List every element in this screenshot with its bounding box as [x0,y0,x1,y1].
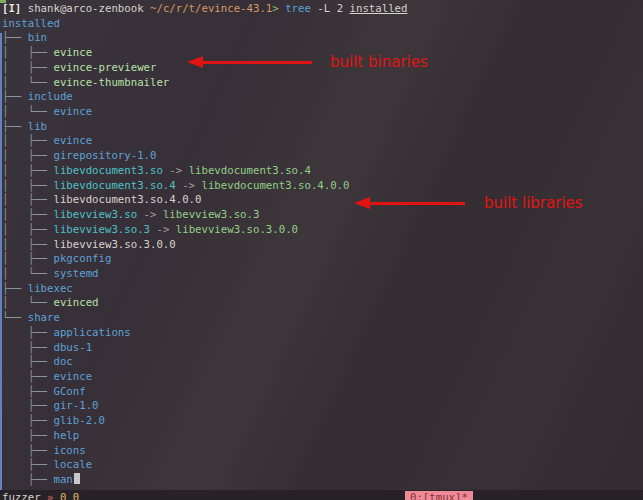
tree-entry: gir-1.0 [53,399,98,412]
tree-entry: ├── [2,385,53,398]
tree-line: │ └── evince-thumbnailer [2,76,643,91]
tree-entry: evince [53,370,92,383]
tree-entry: libevview3.so [53,208,137,221]
tree-line: ├── evince [2,370,643,385]
tree-entry: evince [53,46,92,59]
tree-entry: ├── [2,414,53,427]
tree-entry: │ └── [2,76,53,89]
tree-entry: help [53,429,79,442]
tree-entry: │ ├── [2,134,53,147]
tree-line: │ ├── girepository-1.0 [2,149,643,164]
tree-entry: glib-2.0 [53,414,104,427]
tree-line: ├── icons [2,444,643,459]
tree-entry: lib [28,120,47,133]
tree-entry: ├── [2,458,53,471]
tree-entry: │ ├── [2,193,53,206]
tree-line: ├── include [2,90,643,105]
tree-entry: │ ├── [2,208,53,221]
tree-entry: ├── [2,473,53,486]
arrow-shaft [200,61,312,64]
tree-entry: │ ├── [2,61,53,74]
tree-entry: │ ├── [2,223,53,236]
tree-line: ├── applications [2,326,643,341]
terminal-window[interactable]: [I] shank@arco-zenbook ~/c/r/t/evince-43… [0,0,643,500]
tree-line: │ └── evince [2,105,643,120]
prompt-line: [I] shank@arco-zenbook ~/c/r/t/evince-43… [2,2,643,17]
tree-entry: ├── [2,282,28,295]
tree-entry: evinced [53,296,98,309]
prompt-segment: shank@arco-zenbook [28,2,150,15]
tree-entry: ├── [2,341,53,354]
tree-line: └── share [2,311,643,326]
tree-line: ├── gir-1.0 [2,399,643,414]
tree-entry: libevdocument3.so [53,164,162,177]
tree-entry: │ ├── [2,164,53,177]
tree-line: ├── glib-2.0 [2,414,643,429]
status-bar: fuzzer » 0 0 0:[tmux]* [0,490,643,500]
tree-line: │ ├── evince-previewer [2,61,643,76]
tree-listing: installed├── bin│ ├── evince│ ├── evince… [2,17,643,488]
tree-entry: │ ├── [2,179,53,192]
tree-entry: locale [53,458,92,471]
tree-entry: evince [53,105,92,118]
tree-line: │ └── systemd [2,267,643,282]
tree-entry: ├── [2,90,28,103]
tree-entry: ├── [2,429,53,442]
status-segment: » [47,491,60,500]
tree-entry: libevdocument3.so.4 [53,179,175,192]
tree-line: ├── help [2,429,643,444]
tree-entry: share [28,311,60,324]
tree-entry: girepository-1.0 [53,149,156,162]
tree-line: ├── man [2,473,643,488]
tree-entry: include [28,90,73,103]
prompt-segment: > [272,2,285,15]
tree-line: ├── libexec [2,282,643,297]
tree-line: │ ├── libevview3.so.3.0.0 [2,238,643,253]
tree-entry: libevview3.so.3.0.0 [53,238,175,251]
tree-line: ├── bin [2,31,643,46]
tree-entry: libevview3.so.3 [53,223,150,236]
tree-entry: ├── [2,120,28,133]
tree-entry: libevdocument3.so.4 [189,164,311,177]
status-segment: 0 [60,491,73,500]
status-session-info: fuzzer » 0 0 [2,491,79,500]
tree-entry: applications [53,326,130,339]
tree-entry: icons [53,444,85,457]
tree-entry: libevview3.so.3 [163,208,260,221]
tree-entry: libexec [28,282,73,295]
terminal-cursor [74,473,80,484]
tree-entry: pkgconfig [53,252,111,265]
terminal-output[interactable]: [I] shank@arco-zenbook ~/c/r/t/evince-43… [2,2,643,488]
tree-entry: │ ├── [2,149,53,162]
tree-entry: ├── [2,444,53,457]
tree-line: │ ├── libevdocument3.so.4 -> libevdocume… [2,179,643,194]
prompt-segment: -L 2 [317,2,349,15]
tree-entry: └── [2,311,28,324]
tree-line: │ ├── pkgconfig [2,252,643,267]
tree-entry: │ └── [2,296,53,309]
tree-line: │ ├── libevdocument3.so -> libevdocument… [2,164,643,179]
tree-entry: libevview3.so.3.0.0 [176,223,298,236]
tree-entry: evince-thumbnailer [53,76,169,89]
tree-entry: -> [163,164,189,177]
tree-entry: libevdocument3.so.4.0.0 [53,193,201,206]
tree-entry: │ ├── [2,46,53,59]
tree-line: ├── locale [2,458,643,473]
tree-entry: ├── [2,31,28,44]
tree-entry: ├── [2,326,53,339]
prompt-segment: ~/c/r/t/evince-43.1 [150,2,272,15]
tmux-window-tab[interactable]: 0:[tmux]* [405,491,473,500]
tree-line: ├── GConf [2,385,643,400]
arrow-shaft [367,202,465,205]
tree-entry: │ ├── [2,252,53,265]
tree-entry: ├── [2,370,53,383]
prompt-segment: installed [350,2,408,15]
tree-entry: ├── [2,355,53,368]
tree-entry: │ └── [2,267,53,280]
tree-line: │ ├── evince [2,46,643,61]
tree-entry: doc [53,355,72,368]
tree-entry: dbus-1 [53,341,92,354]
tree-entry: ├── [2,399,53,412]
tree-entry: bin [28,31,47,44]
tree-line: ├── dbus-1 [2,341,643,356]
